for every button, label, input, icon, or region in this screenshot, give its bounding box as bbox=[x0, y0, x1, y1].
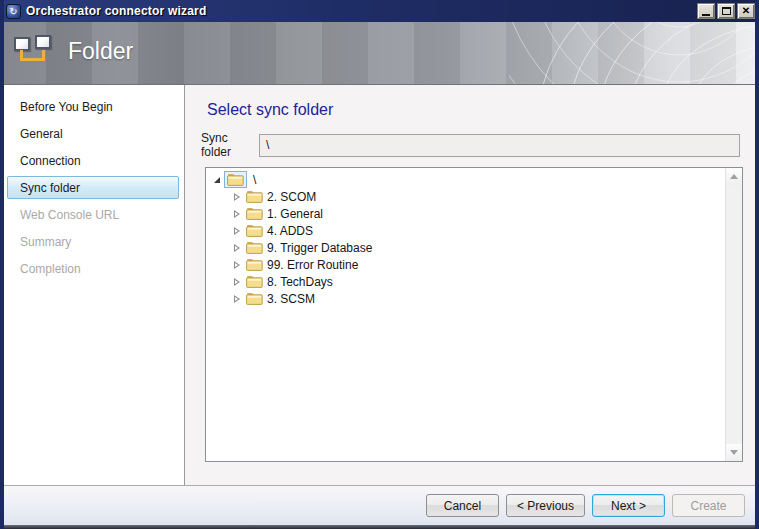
title-bar[interactable]: ↻ Orchestrator connector wizard ✕ bbox=[0, 0, 759, 22]
expand-toggle-icon[interactable] bbox=[230, 295, 244, 303]
wizard-window: ↻ Orchestrator connector wizard ✕ bbox=[0, 0, 759, 529]
sidebar-item-summary: Summary bbox=[7, 230, 179, 253]
folder-icon bbox=[246, 224, 263, 237]
wizard-steps-sidebar: Before You Begin General Connection Sync… bbox=[4, 85, 185, 485]
previous-button[interactable]: < Previous bbox=[506, 494, 585, 517]
expand-toggle-icon[interactable] bbox=[230, 227, 244, 235]
scroll-up-button[interactable] bbox=[726, 168, 742, 185]
cancel-button[interactable]: Cancel bbox=[426, 494, 499, 517]
selected-folder-highlight bbox=[224, 171, 247, 188]
next-button[interactable]: Next > bbox=[592, 494, 665, 517]
close-icon: ✕ bbox=[742, 6, 750, 16]
expand-toggle-icon[interactable] bbox=[230, 244, 244, 252]
tree-item[interactable]: 4. ADDS bbox=[210, 222, 725, 239]
tree-item-root[interactable]: \ bbox=[210, 171, 725, 188]
tree-item-label: \ bbox=[253, 173, 256, 187]
folder-icon bbox=[246, 275, 263, 288]
expand-toggle-icon[interactable] bbox=[230, 261, 244, 269]
maximize-button[interactable] bbox=[717, 3, 735, 19]
sidebar-item-general[interactable]: General bbox=[7, 122, 179, 145]
sync-folder-label: Sync folder bbox=[201, 131, 259, 159]
mesh-graphic bbox=[509, 22, 759, 84]
sync-folder-input[interactable] bbox=[259, 134, 740, 157]
sidebar-item-sync-folder[interactable]: Sync folder bbox=[7, 176, 179, 199]
tree-item-label: 9. Trigger Database bbox=[267, 241, 372, 255]
expand-toggle-icon[interactable] bbox=[230, 278, 244, 286]
minimize-icon bbox=[702, 14, 710, 16]
tree-item-label: 3. SCSM bbox=[267, 292, 315, 306]
expand-toggle-icon[interactable] bbox=[230, 193, 244, 201]
sidebar-item-web-console-url: Web Console URL bbox=[7, 203, 179, 226]
banner-title: Folder bbox=[68, 38, 133, 65]
arrow-down-icon bbox=[730, 450, 738, 455]
tree-item-label: 4. ADDS bbox=[267, 224, 313, 238]
window-bottom-border bbox=[0, 525, 759, 529]
sidebar-item-before-you-begin[interactable]: Before You Begin bbox=[7, 95, 179, 118]
scroll-down-button[interactable] bbox=[726, 444, 742, 461]
maximize-icon bbox=[722, 7, 731, 15]
tree-item[interactable]: 8. TechDays bbox=[210, 273, 725, 290]
folder-runbook-icon bbox=[14, 34, 54, 68]
folder-icon bbox=[246, 258, 263, 271]
expand-toggle-icon[interactable] bbox=[210, 177, 224, 183]
folder-icon bbox=[246, 292, 263, 305]
minimize-button[interactable] bbox=[697, 3, 715, 19]
tree-item-label: 99. Error Routine bbox=[267, 258, 358, 272]
tree-item-label: 2. SCOM bbox=[267, 190, 316, 204]
banner-header: Folder bbox=[0, 22, 759, 84]
tree-item[interactable]: 2. SCOM bbox=[210, 188, 725, 205]
window-title: Orchestrator connector wizard bbox=[26, 4, 695, 18]
tree-item[interactable]: 1. General bbox=[210, 205, 725, 222]
sidebar-item-completion: Completion bbox=[7, 257, 179, 280]
wizard-footer: Cancel < Previous Next > Create bbox=[4, 485, 755, 525]
page-title: Select sync folder bbox=[207, 101, 333, 119]
close-button[interactable]: ✕ bbox=[737, 3, 755, 19]
tree-item[interactable]: 3. SCSM bbox=[210, 290, 725, 307]
create-button: Create bbox=[672, 494, 745, 517]
tree-item[interactable]: 99. Error Routine bbox=[210, 256, 725, 273]
tree-scrollbar[interactable] bbox=[725, 168, 742, 461]
expand-toggle-icon[interactable] bbox=[230, 210, 244, 218]
tree-item-label: 1. General bbox=[267, 207, 323, 221]
folder-tree: \ 2. SCOM 1. General bbox=[205, 167, 743, 462]
app-icon: ↻ bbox=[6, 4, 21, 19]
tree-item[interactable]: 9. Trigger Database bbox=[210, 239, 725, 256]
wizard-page-content: Select sync folder Sync folder bbox=[185, 85, 755, 485]
folder-icon bbox=[246, 190, 263, 203]
arrow-up-icon bbox=[730, 174, 738, 179]
folder-icon bbox=[246, 241, 263, 254]
sidebar-item-connection[interactable]: Connection bbox=[7, 149, 179, 172]
tree-item-label: 8. TechDays bbox=[267, 275, 333, 289]
folder-icon bbox=[227, 173, 244, 186]
folder-icon bbox=[246, 207, 263, 220]
